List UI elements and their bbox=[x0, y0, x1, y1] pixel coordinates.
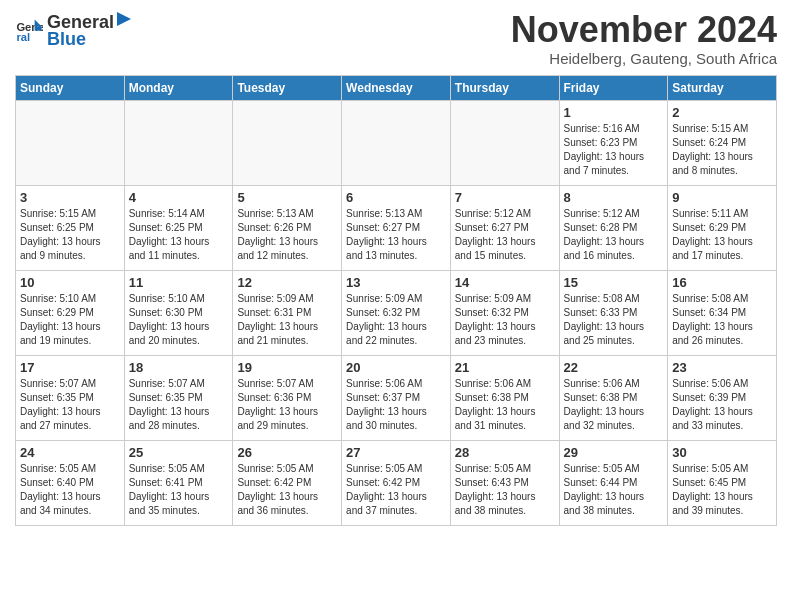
calendar-table: SundayMondayTuesdayWednesdayThursdayFrid… bbox=[15, 75, 777, 526]
calendar-cell: 21Sunrise: 5:06 AMSunset: 6:38 PMDayligh… bbox=[450, 355, 559, 440]
calendar-cell: 12Sunrise: 5:09 AMSunset: 6:31 PMDayligh… bbox=[233, 270, 342, 355]
calendar-week-row: 17Sunrise: 5:07 AMSunset: 6:35 PMDayligh… bbox=[16, 355, 777, 440]
day-number: 17 bbox=[20, 360, 120, 375]
day-number: 7 bbox=[455, 190, 555, 205]
day-number: 25 bbox=[129, 445, 229, 460]
calendar-cell: 1Sunrise: 5:16 AMSunset: 6:23 PMDaylight… bbox=[559, 100, 668, 185]
day-info: Sunrise: 5:06 AMSunset: 6:39 PMDaylight:… bbox=[672, 377, 772, 433]
day-info: Sunrise: 5:12 AMSunset: 6:27 PMDaylight:… bbox=[455, 207, 555, 263]
calendar-cell: 23Sunrise: 5:06 AMSunset: 6:39 PMDayligh… bbox=[668, 355, 777, 440]
month-title: November 2024 bbox=[511, 10, 777, 50]
day-info: Sunrise: 5:07 AMSunset: 6:35 PMDaylight:… bbox=[129, 377, 229, 433]
day-info: Sunrise: 5:12 AMSunset: 6:28 PMDaylight:… bbox=[564, 207, 664, 263]
day-number: 22 bbox=[564, 360, 664, 375]
calendar-cell: 24Sunrise: 5:05 AMSunset: 6:40 PMDayligh… bbox=[16, 440, 125, 525]
day-info: Sunrise: 5:13 AMSunset: 6:27 PMDaylight:… bbox=[346, 207, 446, 263]
weekday-header-friday: Friday bbox=[559, 75, 668, 100]
weekday-header-monday: Monday bbox=[124, 75, 233, 100]
day-info: Sunrise: 5:15 AMSunset: 6:25 PMDaylight:… bbox=[20, 207, 120, 263]
svg-rect-3 bbox=[35, 27, 42, 31]
calendar-cell: 30Sunrise: 5:05 AMSunset: 6:45 PMDayligh… bbox=[668, 440, 777, 525]
logo-icon: Gene ral bbox=[15, 16, 43, 44]
calendar-cell: 25Sunrise: 5:05 AMSunset: 6:41 PMDayligh… bbox=[124, 440, 233, 525]
day-number: 16 bbox=[672, 275, 772, 290]
calendar-cell: 7Sunrise: 5:12 AMSunset: 6:27 PMDaylight… bbox=[450, 185, 559, 270]
calendar-cell: 15Sunrise: 5:08 AMSunset: 6:33 PMDayligh… bbox=[559, 270, 668, 355]
day-info: Sunrise: 5:11 AMSunset: 6:29 PMDaylight:… bbox=[672, 207, 772, 263]
weekday-header-sunday: Sunday bbox=[16, 75, 125, 100]
calendar-cell: 2Sunrise: 5:15 AMSunset: 6:24 PMDaylight… bbox=[668, 100, 777, 185]
calendar-cell: 16Sunrise: 5:08 AMSunset: 6:34 PMDayligh… bbox=[668, 270, 777, 355]
title-block: November 2024 Heidelberg, Gauteng, South… bbox=[511, 10, 777, 67]
day-number: 4 bbox=[129, 190, 229, 205]
calendar-cell: 20Sunrise: 5:06 AMSunset: 6:37 PMDayligh… bbox=[342, 355, 451, 440]
day-number: 21 bbox=[455, 360, 555, 375]
day-info: Sunrise: 5:06 AMSunset: 6:38 PMDaylight:… bbox=[564, 377, 664, 433]
svg-text:ral: ral bbox=[16, 31, 30, 43]
calendar-header-row: SundayMondayTuesdayWednesdayThursdayFrid… bbox=[16, 75, 777, 100]
calendar-cell: 14Sunrise: 5:09 AMSunset: 6:32 PMDayligh… bbox=[450, 270, 559, 355]
calendar-cell: 13Sunrise: 5:09 AMSunset: 6:32 PMDayligh… bbox=[342, 270, 451, 355]
day-number: 2 bbox=[672, 105, 772, 120]
calendar-week-row: 1Sunrise: 5:16 AMSunset: 6:23 PMDaylight… bbox=[16, 100, 777, 185]
calendar-cell: 4Sunrise: 5:14 AMSunset: 6:25 PMDaylight… bbox=[124, 185, 233, 270]
day-info: Sunrise: 5:05 AMSunset: 6:42 PMDaylight:… bbox=[237, 462, 337, 518]
day-info: Sunrise: 5:05 AMSunset: 6:45 PMDaylight:… bbox=[672, 462, 772, 518]
day-info: Sunrise: 5:07 AMSunset: 6:36 PMDaylight:… bbox=[237, 377, 337, 433]
calendar-cell: 17Sunrise: 5:07 AMSunset: 6:35 PMDayligh… bbox=[16, 355, 125, 440]
day-info: Sunrise: 5:05 AMSunset: 6:40 PMDaylight:… bbox=[20, 462, 120, 518]
calendar-cell: 3Sunrise: 5:15 AMSunset: 6:25 PMDaylight… bbox=[16, 185, 125, 270]
day-number: 20 bbox=[346, 360, 446, 375]
calendar-cell bbox=[233, 100, 342, 185]
day-number: 3 bbox=[20, 190, 120, 205]
page-header: Gene ral General Blue November 2024 Heid… bbox=[15, 10, 777, 67]
day-number: 30 bbox=[672, 445, 772, 460]
day-number: 15 bbox=[564, 275, 664, 290]
calendar-cell: 18Sunrise: 5:07 AMSunset: 6:35 PMDayligh… bbox=[124, 355, 233, 440]
day-info: Sunrise: 5:08 AMSunset: 6:34 PMDaylight:… bbox=[672, 292, 772, 348]
day-number: 29 bbox=[564, 445, 664, 460]
day-info: Sunrise: 5:06 AMSunset: 6:38 PMDaylight:… bbox=[455, 377, 555, 433]
calendar-week-row: 10Sunrise: 5:10 AMSunset: 6:29 PMDayligh… bbox=[16, 270, 777, 355]
calendar-week-row: 3Sunrise: 5:15 AMSunset: 6:25 PMDaylight… bbox=[16, 185, 777, 270]
day-info: Sunrise: 5:13 AMSunset: 6:26 PMDaylight:… bbox=[237, 207, 337, 263]
day-info: Sunrise: 5:09 AMSunset: 6:32 PMDaylight:… bbox=[346, 292, 446, 348]
calendar-cell: 6Sunrise: 5:13 AMSunset: 6:27 PMDaylight… bbox=[342, 185, 451, 270]
calendar-cell: 29Sunrise: 5:05 AMSunset: 6:44 PMDayligh… bbox=[559, 440, 668, 525]
day-number: 11 bbox=[129, 275, 229, 290]
calendar-cell: 5Sunrise: 5:13 AMSunset: 6:26 PMDaylight… bbox=[233, 185, 342, 270]
day-info: Sunrise: 5:14 AMSunset: 6:25 PMDaylight:… bbox=[129, 207, 229, 263]
day-number: 9 bbox=[672, 190, 772, 205]
day-info: Sunrise: 5:05 AMSunset: 6:41 PMDaylight:… bbox=[129, 462, 229, 518]
day-number: 8 bbox=[564, 190, 664, 205]
day-info: Sunrise: 5:16 AMSunset: 6:23 PMDaylight:… bbox=[564, 122, 664, 178]
day-number: 10 bbox=[20, 275, 120, 290]
calendar-cell: 28Sunrise: 5:05 AMSunset: 6:43 PMDayligh… bbox=[450, 440, 559, 525]
day-info: Sunrise: 5:08 AMSunset: 6:33 PMDaylight:… bbox=[564, 292, 664, 348]
calendar-cell bbox=[342, 100, 451, 185]
svg-marker-4 bbox=[117, 12, 131, 26]
calendar-cell: 11Sunrise: 5:10 AMSunset: 6:30 PMDayligh… bbox=[124, 270, 233, 355]
calendar-cell: 27Sunrise: 5:05 AMSunset: 6:42 PMDayligh… bbox=[342, 440, 451, 525]
weekday-header-tuesday: Tuesday bbox=[233, 75, 342, 100]
calendar-cell: 9Sunrise: 5:11 AMSunset: 6:29 PMDaylight… bbox=[668, 185, 777, 270]
day-number: 18 bbox=[129, 360, 229, 375]
day-number: 5 bbox=[237, 190, 337, 205]
weekday-header-thursday: Thursday bbox=[450, 75, 559, 100]
day-info: Sunrise: 5:15 AMSunset: 6:24 PMDaylight:… bbox=[672, 122, 772, 178]
day-info: Sunrise: 5:07 AMSunset: 6:35 PMDaylight:… bbox=[20, 377, 120, 433]
day-number: 23 bbox=[672, 360, 772, 375]
day-number: 1 bbox=[564, 105, 664, 120]
location: Heidelberg, Gauteng, South Africa bbox=[511, 50, 777, 67]
logo: Gene ral General Blue bbox=[15, 10, 133, 50]
calendar-cell bbox=[124, 100, 233, 185]
day-info: Sunrise: 5:09 AMSunset: 6:31 PMDaylight:… bbox=[237, 292, 337, 348]
day-number: 28 bbox=[455, 445, 555, 460]
calendar-cell: 10Sunrise: 5:10 AMSunset: 6:29 PMDayligh… bbox=[16, 270, 125, 355]
logo-arrow-icon bbox=[115, 10, 133, 28]
calendar-cell bbox=[16, 100, 125, 185]
calendar-cell bbox=[450, 100, 559, 185]
day-info: Sunrise: 5:05 AMSunset: 6:43 PMDaylight:… bbox=[455, 462, 555, 518]
day-number: 26 bbox=[237, 445, 337, 460]
calendar-cell: 19Sunrise: 5:07 AMSunset: 6:36 PMDayligh… bbox=[233, 355, 342, 440]
